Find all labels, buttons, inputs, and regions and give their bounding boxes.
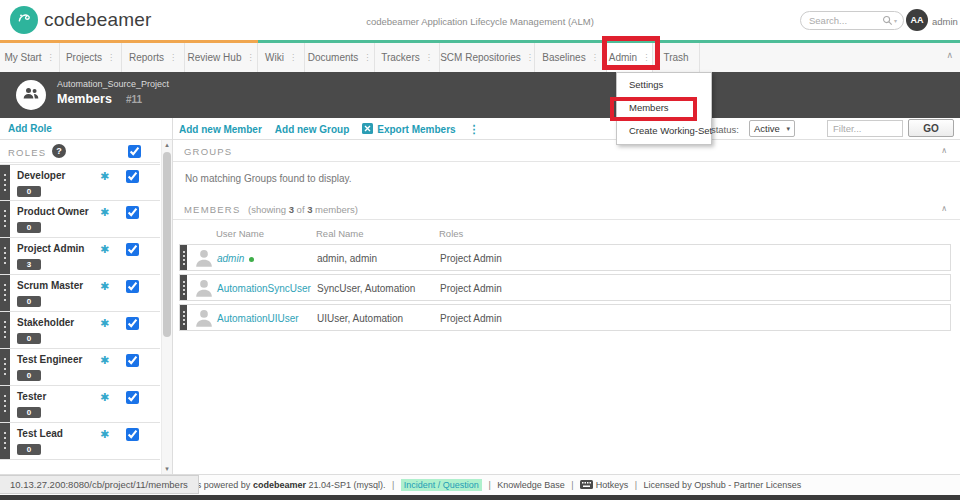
role-config-icon[interactable]: ✱: [100, 170, 109, 183]
role-config-icon[interactable]: ✱: [100, 354, 109, 367]
page-title: Members: [57, 92, 112, 106]
role-config-icon[interactable]: ✱: [100, 317, 109, 330]
drag-handle[interactable]: [0, 238, 10, 274]
knowledge-base-link[interactable]: Knowledge Base: [497, 480, 565, 490]
role-card-project-admin[interactable]: Project Admin 3 ✱: [0, 238, 160, 275]
tab-menu-icon[interactable]: ⋮: [642, 53, 650, 62]
tab-scm-repositories[interactable]: SCM Repositories⋮: [440, 43, 535, 72]
add-new-group-button[interactable]: Add new Group: [275, 124, 349, 135]
member-link-automationsyncuser[interactable]: AutomationSyncUser: [217, 283, 311, 294]
user-name-label[interactable]: admin: [932, 16, 958, 27]
tab-menu-icon[interactable]: ⋮: [591, 53, 599, 62]
tab-trackers[interactable]: Trackers⋮: [375, 43, 440, 72]
drag-handle[interactable]: [0, 201, 10, 237]
role-config-icon[interactable]: ✱: [100, 243, 109, 256]
role-config-icon[interactable]: ✱: [100, 206, 109, 219]
search-input[interactable]: [809, 15, 882, 26]
role-checkbox[interactable]: [126, 317, 139, 330]
tab-trash[interactable]: Trash: [653, 43, 700, 72]
tab-menu-icon[interactable]: ⋮: [289, 53, 297, 62]
scroll-down-icon[interactable]: ▾: [162, 465, 172, 473]
tab-menu-icon[interactable]: ⋮: [169, 53, 177, 62]
search-icon[interactable]: [882, 12, 893, 30]
add-new-member-button[interactable]: Add new Member: [179, 124, 262, 135]
tab-menu-icon[interactable]: ⋮: [363, 53, 371, 62]
tab-projects[interactable]: Projects⋮: [60, 43, 122, 72]
tab-admin[interactable]: Admin⋮: [607, 43, 653, 72]
role-card-test-engineer[interactable]: Test Engineer 0 ✱: [0, 349, 160, 386]
drag-handle[interactable]: [0, 275, 10, 311]
member-link-admin[interactable]: admin: [217, 253, 254, 264]
drag-handle[interactable]: [0, 386, 10, 422]
search-caret-icon[interactable]: ▾: [894, 17, 897, 24]
drag-dots-icon: [183, 311, 185, 313]
export-members-button[interactable]: Export Members: [362, 123, 455, 136]
tab-menu-icon[interactable]: ⋮: [246, 53, 254, 62]
drag-handle[interactable]: [180, 245, 187, 270]
role-status-select[interactable]: Active ▾: [749, 120, 795, 137]
role-checkbox[interactable]: [126, 206, 139, 219]
role-config-icon[interactable]: ✱: [100, 391, 109, 404]
tab-review-hub[interactable]: Review Hub⋮: [185, 43, 258, 72]
role-checkbox[interactable]: [126, 280, 139, 293]
drag-handle[interactable]: [0, 312, 10, 348]
role-checkbox[interactable]: [126, 170, 139, 183]
role-config-icon[interactable]: ✱: [100, 280, 109, 293]
drag-handle[interactable]: [0, 423, 10, 459]
member-link-automationuiuser[interactable]: AutomationUIUser: [217, 313, 299, 324]
add-role-button[interactable]: Add Role: [8, 123, 52, 134]
scroll-up-icon[interactable]: ▴: [162, 141, 172, 149]
role-card-test-lead[interactable]: Test Lead 0 ✱: [0, 423, 160, 460]
go-button[interactable]: GO: [908, 119, 954, 137]
role-checkbox[interactable]: [126, 243, 139, 256]
tab-reports[interactable]: Reports⋮: [122, 43, 185, 72]
drag-handle[interactable]: [180, 305, 187, 330]
main-content: GROUPS ∧ No matching Groups found to dis…: [172, 140, 960, 474]
tab-menu-icon[interactable]: ⋮: [425, 53, 433, 62]
project-name[interactable]: Automation_Source_Project: [57, 79, 169, 89]
menu-item-create-working-set[interactable]: Create Working-Set: [617, 119, 711, 142]
tab-menu-icon[interactable]: ⋮: [47, 53, 55, 62]
hotkeys-link[interactable]: Hotkeys: [596, 480, 629, 490]
sidebar-scrollbar[interactable]: ▴ ▾: [161, 140, 172, 474]
role-card-scrum-master[interactable]: Scrum Master 0 ✱: [0, 275, 160, 312]
global-search[interactable]: ▾: [800, 11, 904, 30]
role-card-tester[interactable]: Tester 0 ✱: [0, 386, 160, 423]
drag-handle[interactable]: [0, 349, 10, 385]
col-real-name: Real Name: [316, 228, 364, 239]
filter-input[interactable]: [827, 120, 903, 137]
footer-version: 21.04-SP1 (mysql).: [308, 480, 385, 490]
table-row[interactable]: AutomationSyncUser SyncUser, Automation …: [179, 274, 951, 301]
tab-menu-icon[interactable]: ⋮: [526, 53, 534, 62]
nav-collapse-icon[interactable]: ∧: [946, 50, 953, 60]
project-avatar[interactable]: [16, 80, 46, 110]
toolbar-overflow-icon[interactable]: ⋮: [469, 123, 480, 136]
tab-wiki[interactable]: Wiki⋮: [258, 43, 305, 72]
toolbar: Add Role Add new Member Add new Group Ex…: [0, 118, 960, 140]
drag-handle[interactable]: [180, 275, 187, 300]
table-row[interactable]: AutomationUIUser UIUser, Automation Proj…: [179, 304, 951, 331]
role-card-stakeholder[interactable]: Stakeholder 0 ✱: [0, 312, 160, 349]
role-card-developer[interactable]: Developer 0 ✱: [0, 164, 160, 201]
role-checkbox[interactable]: [126, 391, 139, 404]
menu-item-settings[interactable]: Settings: [617, 73, 711, 96]
scrollbar-thumb[interactable]: [163, 152, 171, 337]
tab-baselines[interactable]: Baselines⋮: [535, 43, 607, 72]
tab-menu-icon[interactable]: ⋮: [107, 53, 115, 62]
collapse-icon[interactable]: ∧: [941, 204, 947, 213]
roles-select-all-checkbox[interactable]: [128, 145, 141, 158]
tab-my-start[interactable]: My Start⋮: [0, 43, 60, 72]
user-avatar[interactable]: AA: [906, 9, 928, 31]
incident-question-link[interactable]: Incident / Question: [401, 479, 482, 491]
role-config-icon[interactable]: ✱: [100, 428, 109, 441]
toolbar-divider: [172, 118, 173, 140]
collapse-icon[interactable]: ∧: [941, 146, 947, 155]
role-checkbox[interactable]: [126, 428, 139, 441]
table-row[interactable]: admin admin, admin Project Admin: [179, 244, 951, 271]
drag-handle[interactable]: [0, 165, 10, 200]
role-card-product-owner[interactable]: Product Owner 0 ✱: [0, 201, 160, 238]
tab-documents[interactable]: Documents⋮: [305, 43, 375, 72]
role-checkbox[interactable]: [126, 354, 139, 367]
menu-item-members[interactable]: Members: [617, 96, 711, 119]
help-icon[interactable]: ?: [52, 144, 66, 158]
